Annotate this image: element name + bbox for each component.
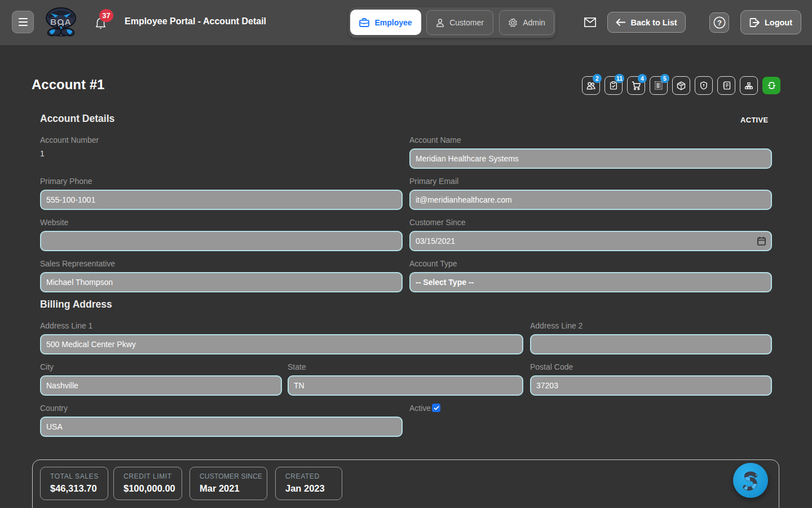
svg-text:BOA: BOA bbox=[50, 17, 72, 27]
svg-text:?: ? bbox=[717, 19, 722, 27]
